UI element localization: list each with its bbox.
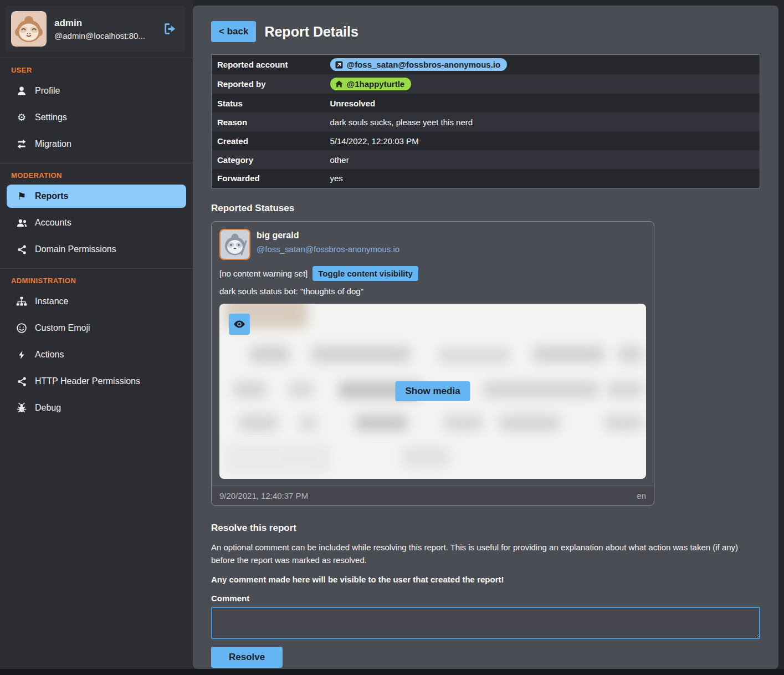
sidebar-item-label: Instance [35, 296, 68, 306]
eye-icon [233, 318, 245, 330]
row-label: Reason [212, 113, 325, 131]
sidebar-item-profile[interactable]: Profile [7, 79, 186, 103]
page-bottom-strip [0, 669, 784, 675]
blurred-media-preview: Show media [219, 304, 646, 479]
reported-account-badge[interactable]: @foss_satan@fossbros-anonymous.io [330, 58, 508, 71]
sidebar-item-label: Migration [35, 139, 71, 149]
back-button[interactable]: < back [211, 21, 256, 42]
row-label: Reported by [212, 74, 325, 94]
sidebar-item-label: Domain Permissions [35, 244, 116, 254]
resolve-description: An optional comment can be included whil… [211, 541, 760, 567]
sidebar-item-settings[interactable]: ⚙ Settings [7, 106, 186, 129]
status-header: big gerald @foss_satan@fossbros-anonymou… [212, 222, 654, 265]
sidebar-item-reports[interactable]: ⚑ Reports [7, 185, 186, 208]
external-link-icon [335, 61, 343, 69]
table-row: Reported account @foss_satan@fossbros-an… [212, 55, 760, 75]
show-media-button[interactable]: Show media [395, 381, 470, 401]
sitemap-icon [16, 295, 28, 308]
page-header: < back Report Details [211, 21, 760, 42]
table-row: Reported by @1happyturtle [212, 74, 760, 94]
users-icon [16, 217, 28, 229]
share-nodes-icon [16, 243, 28, 255]
sidebar-item-domain-permissions[interactable]: Domain Permissions [7, 238, 186, 261]
sidebar-item-custom-emoji[interactable]: Custom Emoji [7, 316, 186, 340]
table-row: Forwarded yes [212, 169, 760, 188]
sidebar-item-actions[interactable]: Actions [7, 343, 186, 366]
sidebar-item-debug[interactable]: Debug [7, 396, 186, 420]
row-label: Category [212, 150, 325, 169]
bug-icon [16, 402, 28, 414]
forwarded-value: yes [325, 169, 760, 188]
reported-status-card: big gerald @foss_satan@fossbros-anonymou… [211, 221, 654, 506]
bolt-icon [16, 349, 28, 361]
media-eye-button[interactable] [229, 314, 250, 335]
sidebar-item-accounts[interactable]: Accounts [7, 211, 186, 234]
sidebar-item-http-header-permissions[interactable]: HTTP Header Permissions [7, 370, 186, 393]
reason-value: dark souls sucks, please yeet this nerd [325, 113, 760, 131]
row-label: Created [212, 131, 325, 150]
report-details-panel: < back Report Details Reported account [193, 6, 778, 669]
admin-avatar [11, 11, 47, 47]
main-area: < back Report Details Reported account [193, 0, 784, 669]
status-author-handle[interactable]: @foss_satan@fossbros-anonymous.io [257, 244, 399, 254]
smiley-icon [16, 322, 28, 334]
sidebar: admin @admin@localhost:80... USER [0, 0, 193, 669]
table-row: Reason dark souls sucks, please yeet thi… [212, 113, 760, 131]
row-label: Status [212, 94, 325, 113]
sidebar-item-label: Profile [35, 86, 60, 96]
status-value: Unresolved [325, 94, 760, 113]
gears-icon: ⚙ [16, 111, 28, 124]
sidebar-item-label: Accounts [35, 218, 71, 228]
resolve-heading: Resolve this report [211, 523, 760, 534]
sidebar-item-instance[interactable]: Instance [7, 290, 186, 313]
row-label: Forwarded [212, 169, 325, 188]
reporter-badge[interactable]: @1happyturtle [330, 78, 412, 90]
user-handle: @admin@localhost:80... [54, 31, 153, 40]
row-label: Reported account [212, 55, 325, 75]
reported-account-handle: @foss_satan@fossbros-anonymous.io [347, 60, 501, 69]
status-author-name: big gerald [257, 229, 399, 241]
user-card[interactable]: admin @admin@localhost:80... [6, 6, 185, 52]
toggle-content-visibility-button[interactable]: Toggle content visibility [312, 266, 418, 281]
reporter-handle: @1happyturtle [347, 79, 405, 89]
comment-label: Comment [211, 594, 760, 603]
sidebar-item-label: Reports [35, 191, 68, 201]
sidebar-item-migration[interactable]: Migration [7, 132, 186, 156]
logout-button[interactable] [161, 19, 180, 38]
section-label-administration: ADMINISTRATION [0, 269, 193, 288]
flag-icon: ⚑ [16, 190, 28, 202]
table-row: Created 5/14/2022, 12:20:03 PM [212, 131, 760, 150]
share-nodes-icon [16, 375, 28, 387]
category-value: other [325, 150, 760, 169]
home-icon [335, 80, 343, 88]
report-detail-table: Reported account @foss_satan@fossbros-an… [211, 54, 760, 188]
person-icon [16, 85, 28, 97]
reported-statuses-heading: Reported Statuses [211, 203, 760, 214]
created-value: 5/14/2022, 12:20:03 PM [325, 131, 760, 150]
content-warning-row: [no content warning set] Toggle content … [212, 265, 654, 287]
table-row: Status Unresolved [212, 94, 760, 113]
transfer-arrows-icon [16, 138, 28, 150]
status-author-avatar [219, 229, 250, 260]
sidebar-item-label: Actions [35, 350, 64, 360]
sidebar-item-label: Custom Emoji [35, 323, 90, 333]
content-warning-note: [no content warning set] [219, 269, 308, 278]
status-footer: 9/20/2021, 12:40:37 PM en [212, 485, 654, 505]
status-content: dark souls status bot: "thoughts of dog" [212, 287, 654, 301]
table-row: Category other [212, 150, 760, 169]
resolve-button[interactable]: Resolve [211, 647, 283, 668]
sign-out-icon [163, 22, 177, 36]
status-author: big gerald @foss_satan@fossbros-anonymou… [257, 229, 399, 254]
page-title: Report Details [264, 24, 358, 40]
sidebar-item-label: HTTP Header Permissions [35, 376, 140, 386]
user-display-name: admin [54, 18, 153, 29]
resolve-warning: Any comment made here will be visible to… [211, 575, 760, 584]
section-label-moderation: MODERATION [0, 163, 193, 183]
sidebar-item-label: Settings [35, 113, 67, 122]
app: admin @admin@localhost:80... USER [0, 0, 784, 669]
comment-textarea[interactable] [211, 607, 760, 639]
user-names: admin @admin@localhost:80... [54, 18, 153, 40]
sidebar-item-label: Debug [35, 403, 61, 413]
status-timestamp: 9/20/2021, 12:40:37 PM [219, 491, 308, 500]
status-language-tag: en [637, 491, 646, 500]
